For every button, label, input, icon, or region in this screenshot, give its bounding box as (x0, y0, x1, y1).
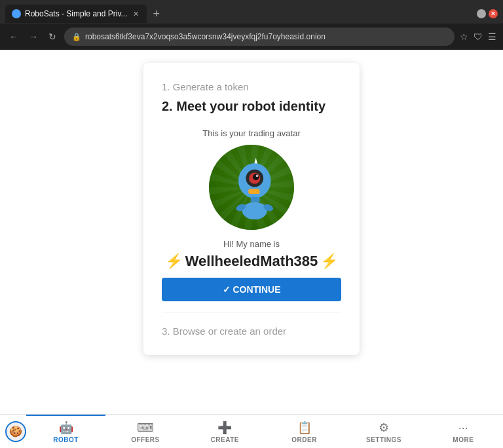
nav-icons: ☆ 🛡 ☰ (460, 31, 496, 42)
avatar-caption: This is your trading avatar (202, 128, 301, 138)
offers-nav-label: OFFERS (131, 436, 160, 443)
reload-button[interactable]: ↻ (46, 30, 59, 43)
continue-button[interactable]: ✓ CONTINUE (162, 278, 341, 301)
more-nav-label: MORE (453, 436, 474, 443)
back-button[interactable]: ← (7, 30, 21, 43)
nav-item-create[interactable]: ➕ CREATE (185, 415, 265, 448)
robot-name-text: WellheeledMath385 (185, 253, 318, 270)
shield-icon[interactable]: 🛡 (474, 31, 483, 42)
settings-nav-icon: ⚙ (379, 420, 389, 435)
onboarding-card: 1. Generate a token 2. Meet your robot i… (143, 63, 360, 355)
new-tab-button[interactable]: + (149, 6, 164, 22)
active-tab[interactable]: RoboSats - Simple and Priv... ✕ (5, 5, 147, 23)
nav-item-more[interactable]: ··· MORE (424, 415, 503, 448)
robot-nav-icon: 🤖 (59, 420, 73, 435)
nav-item-robot[interactable]: 🤖 ROBOT (26, 415, 105, 448)
browser-chrome: RoboSats - Simple and Priv... ✕ + − ✕ ← … (0, 0, 503, 50)
window-controls: − ✕ (477, 9, 498, 18)
step1-label: 1. Generate a token (162, 79, 341, 95)
step-divider (162, 312, 341, 312)
tab-title: RoboSats - Simple and Priv... (25, 9, 128, 18)
create-nav-icon: ➕ (217, 420, 232, 435)
bookmark-icon[interactable]: ☆ (460, 31, 468, 42)
tab-bar: RoboSats - Simple and Priv... ✕ + − ✕ (0, 0, 503, 24)
offers-nav-icon: ⌨ (137, 420, 154, 435)
lock-icon: 🔒 (72, 33, 81, 41)
minimize-button[interactable]: − (477, 9, 486, 18)
tab-close-btn[interactable]: ✕ (132, 10, 140, 18)
tab-favicon (12, 9, 21, 18)
main-content: 1. Generate a token 2. Meet your robot i… (0, 50, 503, 414)
step2-title: 2. Meet your robot identity (162, 99, 341, 114)
address-bar[interactable]: 🔒 robosats6tkf3eva7x2voqso3a5wcorsnw34jv… (64, 28, 455, 46)
cookie-button[interactable]: 🍪 (5, 421, 26, 442)
close-button[interactable]: ✕ (489, 9, 498, 18)
nav-item-order[interactable]: 📋 ORDER (265, 415, 344, 448)
svg-rect-7 (251, 197, 259, 202)
forward-button[interactable]: → (26, 30, 41, 43)
robot-illustration (222, 155, 281, 220)
cookie-icon: 🍪 (9, 425, 22, 438)
robot-nav-label: ROBOT (53, 436, 79, 443)
bottom-nav: 🍪 🤖 ROBOT ⌨ OFFERS ➕ CREATE 📋 ORDER ⚙ SE… (0, 414, 503, 448)
avatar-section: This is your trading avatar (162, 128, 341, 230)
greeting-text: Hi! My name is (162, 239, 341, 249)
order-nav-label: ORDER (291, 436, 317, 443)
nav-bar: ← → ↻ 🔒 robosats6tkf3eva7x2voqso3a5wcors… (0, 24, 503, 50)
menu-icon[interactable]: ☰ (488, 31, 496, 42)
settings-nav-label: SETTINGS (366, 436, 401, 443)
url-display: robosats6tkf3eva7x2voqso3a5wcorsnw34jvey… (85, 32, 447, 41)
lightning-left: ⚡ (165, 253, 183, 270)
svg-rect-6 (248, 189, 259, 194)
svg-point-5 (256, 174, 259, 177)
create-nav-label: CREATE (211, 436, 239, 443)
order-nav-icon: 📋 (297, 420, 312, 435)
robot-avatar (209, 145, 294, 230)
nav-item-settings[interactable]: ⚙ SETTINGS (344, 415, 423, 448)
step3-label: 3. Browse or create an order (162, 323, 341, 339)
svg-point-4 (253, 174, 259, 181)
robot-name-display: ⚡ WellheeledMath385 ⚡ (162, 253, 341, 270)
svg-point-8 (242, 202, 267, 219)
nav-item-offers[interactable]: ⌨ OFFERS (105, 415, 185, 448)
lightning-right: ⚡ (320, 253, 338, 270)
more-nav-icon: ··· (458, 421, 468, 435)
